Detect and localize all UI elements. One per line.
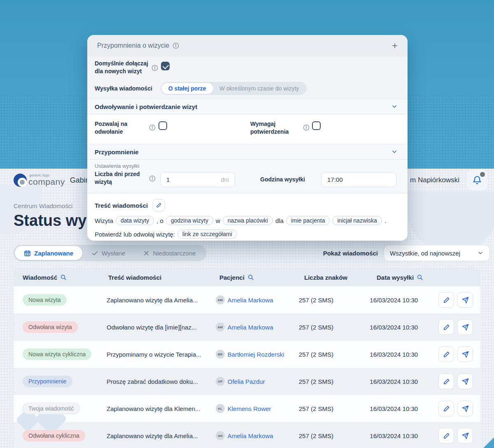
template-variable[interactable]: inicjał nazwiska — [332, 216, 382, 225]
section-cancel-confirm[interactable]: Odwoływanie i potwierdzanie wizyt — [87, 99, 408, 114]
patient-link[interactable]: Klemens Rower — [228, 405, 271, 412]
edit-button[interactable] — [438, 346, 454, 362]
send-button[interactable] — [457, 428, 473, 443]
decorative-blob — [407, 191, 494, 253]
send-time-label: Godzina wysyłki — [260, 176, 305, 183]
segment-relative-time[interactable]: W określonym czasie do wizyty — [213, 83, 306, 94]
char-count: 257 (2 SMS) — [299, 378, 370, 385]
days-before-input[interactable]: 1 dni — [160, 172, 235, 187]
send-button[interactable] — [457, 346, 473, 362]
send-button[interactable] — [457, 401, 473, 416]
user-name[interactable]: m Napiórkowski — [410, 176, 459, 184]
message-template-line1: Wizyta data wizyty , o godzina wizyty w … — [95, 216, 400, 225]
tab-label: Wysłane — [102, 250, 125, 257]
col-wiadomosc[interactable]: Wiadomość — [20, 274, 108, 281]
status-badge: Odwołana wizyta — [23, 321, 78, 333]
select-value: Wszystkie, od najnowszej — [390, 250, 460, 257]
x-icon — [143, 250, 149, 256]
edit-message-button[interactable] — [153, 199, 165, 211]
search-icon[interactable] — [417, 274, 423, 281]
chevron-down-icon — [477, 250, 484, 256]
info-icon[interactable] — [151, 65, 158, 71]
message-content: Zaplanowano wizytę dla Klemen... — [107, 405, 216, 412]
table-row[interactable]: Odwołana wizyta Odwołano wizytę dla [imi… — [14, 313, 480, 341]
require-confirm-label: Wymagajpotwierdzenia — [250, 120, 304, 136]
segment-fixed-time[interactable]: O stałej porze — [162, 83, 213, 94]
table-row[interactable]: Nowa wizyta cykliczna Przypominamy o wiz… — [14, 341, 480, 368]
col-tresc: Treść wiadomości — [108, 274, 219, 281]
template-variable[interactable]: imie pacjenta — [286, 216, 330, 225]
edit-button[interactable] — [438, 319, 454, 335]
tab-zaplanowane[interactable]: Zaplanowane — [15, 246, 82, 260]
send-date: 16/03/2024 10:30 — [370, 405, 438, 412]
send-mode-label: Wysyłka wiadomości — [95, 85, 152, 92]
tab-wyslane[interactable]: Wysłane — [82, 246, 134, 260]
template-text: w — [216, 217, 220, 224]
edit-button[interactable] — [438, 401, 454, 416]
tab-niedostarczone[interactable]: Niedostarczone — [134, 246, 205, 260]
tab-label: Niedostarczone — [153, 250, 196, 257]
template-variable[interactable]: link ze szczegółami — [177, 230, 237, 239]
patient-link[interactable]: Bartłomiej Rozderski — [228, 351, 284, 358]
add-button[interactable]: + — [392, 41, 398, 51]
messages-filter-select[interactable]: Wszystkie, od najnowszej — [384, 245, 490, 261]
send-settings-section: Ustawienia wysyłki Liczba dni przedwizyt… — [87, 160, 408, 193]
check-icon — [91, 250, 98, 257]
table-row[interactable]: Nowa wizyta Zaplanowano wizytę dla Ameli… — [14, 286, 480, 313]
section-reminder[interactable]: Przypomnienie — [87, 144, 408, 160]
pencil-icon — [156, 202, 162, 208]
patient-link[interactable]: Amelia Markowa — [228, 297, 273, 304]
send-time-input[interactable]: 17:00 — [321, 172, 396, 187]
template-variable[interactable]: godzina wizyty — [166, 216, 213, 225]
send-icon — [462, 405, 469, 412]
cancel-confirm-options: Pozwalaj naodwołanie Wymagajpotwierdzeni… — [87, 114, 408, 144]
logo-icon — [14, 174, 27, 187]
send-date: 16/03/2024 10:30 — [370, 432, 438, 439]
edit-button[interactable] — [438, 374, 454, 389]
message-content: Proszę zabrać dodatkowo doku... — [107, 378, 216, 385]
patient-link[interactable]: Amelia Markowa — [228, 432, 273, 439]
message-template-line2: Potwierdź lub odwołaj wizytę: link ze sz… — [95, 230, 400, 239]
require-confirm-checkbox[interactable] — [312, 121, 321, 130]
avatar: OP — [216, 377, 225, 386]
chevron-down-icon — [391, 149, 398, 155]
search-icon[interactable] — [247, 274, 254, 281]
tab-label: Zaplanowane — [34, 250, 73, 257]
page: generic logo company Gabinet m Napiórkow… — [0, 0, 494, 448]
search-icon[interactable] — [60, 274, 67, 281]
edit-button[interactable] — [438, 428, 454, 443]
info-icon[interactable] — [149, 175, 156, 182]
calendar-icon — [24, 250, 31, 257]
pencil-icon — [443, 378, 450, 385]
notifications-button[interactable] — [467, 170, 487, 190]
edit-button[interactable] — [438, 292, 454, 308]
info-icon[interactable] — [172, 42, 179, 49]
send-button[interactable] — [457, 292, 473, 308]
char-count: 257 (2 SMS) — [299, 351, 370, 358]
send-button[interactable] — [457, 319, 473, 335]
message-content-section: Treść wiadomości Wizyta data wizyty , o … — [87, 193, 408, 239]
char-count: 257 (2 SMS) — [299, 432, 370, 439]
table-row[interactable]: Przypomnienie Proszę zabrać dodatkowo do… — [14, 368, 480, 395]
table-row[interactable]: Twoja wiadomość Zaplanowano wizytę dla K… — [14, 395, 480, 422]
patient-link[interactable]: Ofelia Pazdur — [228, 378, 265, 385]
info-icon[interactable] — [149, 124, 156, 131]
col-pacjenci[interactable]: Pacjenci — [219, 274, 304, 281]
patient-link[interactable]: Amelia Markowa — [228, 324, 273, 331]
char-count: 257 (2 SMS) — [299, 405, 370, 412]
status-badge: Przypomnienie — [23, 376, 72, 387]
table-row[interactable]: Odwołana cykliczna Zaplanowano wizytę dl… — [14, 422, 480, 448]
company-logo[interactable]: generic logo company — [14, 174, 65, 187]
message-content: Zaplanowano wizytę dla Amelia... — [107, 432, 216, 439]
send-date: 16/03/2024 10:30 — [370, 378, 438, 385]
pencil-icon — [443, 351, 450, 358]
allow-cancel-checkbox[interactable] — [158, 121, 167, 130]
default-attach-checkbox[interactable] — [161, 62, 170, 70]
col-data-wysylki[interactable]: Data wysyłki — [377, 274, 447, 281]
chevron-down-icon — [391, 103, 398, 110]
send-button[interactable] — [457, 374, 473, 389]
days-placeholder: dni — [221, 176, 229, 183]
template-variable[interactable]: nazwa placówki — [223, 216, 273, 225]
template-variable[interactable]: data wizyty — [116, 216, 154, 225]
info-icon[interactable] — [303, 124, 310, 131]
